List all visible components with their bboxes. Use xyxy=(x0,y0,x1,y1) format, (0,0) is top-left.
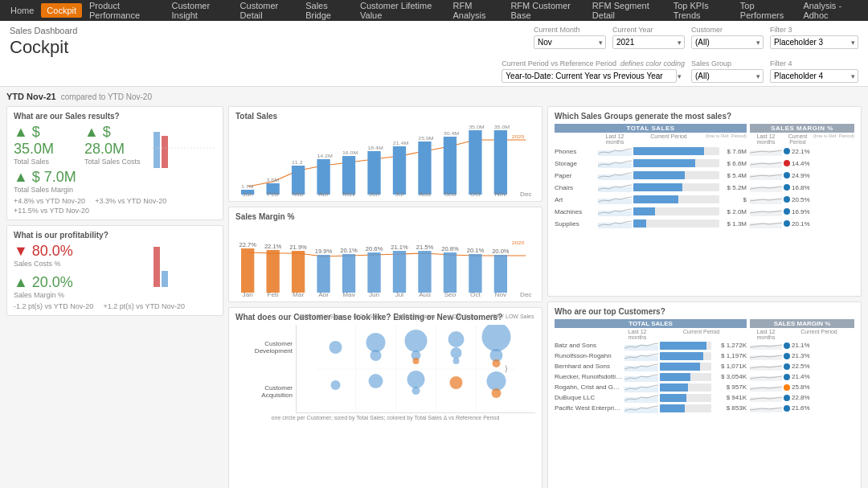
sales-margin-chart-section: Sales Margin % xyxy=(228,207,542,302)
svg-rect-114 xyxy=(624,345,658,351)
svg-point-96 xyxy=(450,376,463,389)
svg-point-98 xyxy=(492,388,502,398)
nav-customer-lifetime-value[interactable]: Customer Lifetime Value xyxy=(354,0,445,23)
customer-table-row: Runolfsson-Rogahn $ 1,197K xyxy=(555,351,747,361)
total-sales-chart-section: Total Sales xyxy=(228,106,542,202)
svg-rect-107 xyxy=(750,150,782,156)
svg-text:May: May xyxy=(342,191,355,196)
sales-margin-row: 24.9% xyxy=(750,170,854,181)
total-sales-costs-value: $ 28.0M xyxy=(84,124,145,158)
top-customers-section: Who are our top Customers? TOTAL SALES L… xyxy=(547,301,862,489)
svg-text:Dec: Dec xyxy=(520,292,532,297)
sales-margin-chart-title: Sales Margin % xyxy=(235,212,535,221)
customer-table-row: Pacific West Enterprises $ 853K xyxy=(555,404,747,413)
svg-rect-108 xyxy=(750,162,782,168)
svg-rect-13 xyxy=(444,137,457,195)
customer-margin-row: 22.8% xyxy=(750,393,854,403)
nav-top-kpis[interactable]: Top KPIs Trends xyxy=(668,0,733,23)
nav-analysis-adhoc[interactable]: Analysis - Adhoc xyxy=(797,0,863,23)
sales-margin-pct-value: 20.0% xyxy=(14,274,145,291)
nav-customer-detail[interactable]: Customer Detail xyxy=(235,0,299,23)
nav-sales-bridge[interactable]: Sales Bridge xyxy=(300,0,353,23)
svg-rect-100 xyxy=(598,150,632,156)
svg-rect-115 xyxy=(624,355,658,361)
sales-group-select[interactable]: (All) xyxy=(691,69,764,83)
svg-text:Feb: Feb xyxy=(268,191,279,196)
svg-rect-125 xyxy=(750,387,782,392)
customer-margin-row: 22.5% xyxy=(750,362,854,371)
svg-text:21.1%: 21.1% xyxy=(391,244,408,249)
svg-rect-127 xyxy=(750,408,782,412)
total-sales-change: +4.8% vs YTD Nov-20 xyxy=(14,197,85,205)
svg-rect-15 xyxy=(494,130,507,195)
top-nav: Home Cockpit Product Performance Custome… xyxy=(0,0,868,21)
nav-top-performers[interactable]: Top Performers xyxy=(735,0,796,23)
total-margin-change: +11.5% vs YTD Nov-20 xyxy=(14,207,216,215)
svg-rect-43 xyxy=(317,255,330,293)
filter4-select[interactable]: Placeholder 4 xyxy=(770,69,858,83)
nav-customer-insight[interactable]: Customer Insight xyxy=(166,0,232,23)
svg-rect-49 xyxy=(469,254,481,293)
svg-rect-105 xyxy=(598,211,632,216)
svg-rect-47 xyxy=(418,251,431,293)
nav-rfm-customer-base[interactable]: RFM Customer Base xyxy=(505,0,584,23)
svg-text:Sep: Sep xyxy=(444,191,457,196)
svg-rect-45 xyxy=(367,252,380,293)
svg-rect-12 xyxy=(418,141,431,195)
svg-text:Jul: Jul xyxy=(395,191,404,196)
total-sales-kpi: $ 35.0M Total Sales xyxy=(14,124,75,166)
current-month-label: Current Month xyxy=(534,26,606,34)
customer-margin-rows: 21.1% 21.3% 22.5% 21.4% 25.8% xyxy=(750,341,854,413)
svg-rect-44 xyxy=(342,254,355,293)
sales-margin-pct-label: Sales Margin % xyxy=(14,291,145,299)
customer-base-section: What does our Customer base look like? E… xyxy=(228,307,542,488)
svg-rect-42 xyxy=(292,251,305,293)
sales-group-row: Art $ xyxy=(555,194,747,205)
svg-text:3.6M: 3.6M xyxy=(266,177,279,182)
svg-point-92 xyxy=(331,380,341,390)
total-sales-svg: Jan Feb Mar Apr May Jun Jul Aug Sep Oct … xyxy=(235,124,535,196)
current-month-select[interactable]: Nov xyxy=(534,35,606,49)
customer-table-row: Ruecker, Runolfsdottir and ... $ 3,054K xyxy=(555,372,747,382)
svg-text:Aug: Aug xyxy=(419,191,431,196)
sales-costs-pct-label: Sales Costs % xyxy=(14,260,145,268)
period-select[interactable]: Year-to-Date: Current Year vs Previous Y… xyxy=(502,69,677,83)
customer-margin-row: 21.4% xyxy=(750,372,854,382)
profit-change-1: +1.2 pt(s) vs YTD Nov-20 xyxy=(103,302,185,310)
svg-text:2020: 2020 xyxy=(512,240,525,244)
svg-text:Jan: Jan xyxy=(243,292,253,297)
svg-text:Jun: Jun xyxy=(369,191,379,196)
svg-text:11.2: 11.2 xyxy=(292,159,303,164)
customer-select[interactable]: (All) xyxy=(691,35,764,49)
svg-rect-11 xyxy=(393,146,406,195)
nav-home[interactable]: Home xyxy=(5,3,39,18)
svg-point-85 xyxy=(413,358,420,364)
nav-rfm-analysis[interactable]: RFM Analysis xyxy=(448,0,504,23)
nav-cockpit[interactable]: Cockpit xyxy=(41,3,82,18)
svg-text:1.7M: 1.7M xyxy=(241,183,254,188)
total-margin-kpi: $ 7.0M Total Sales Margin xyxy=(14,169,145,194)
svg-rect-117 xyxy=(624,376,658,382)
svg-point-97 xyxy=(487,371,506,391)
sales-costs-pct-value: 80.0% xyxy=(14,243,145,260)
svg-point-93 xyxy=(369,374,383,388)
margin-panel-header: SALES MARGIN % xyxy=(750,124,854,133)
svg-text:35.0M: 35.0M xyxy=(494,124,510,129)
filter3-select[interactable]: Placeholder 3 xyxy=(770,35,858,49)
svg-rect-8 xyxy=(317,159,330,195)
total-margin-label: Total Sales Margin xyxy=(14,186,145,194)
sales-margin-rows: 22.1% 14.4% 24.9% 16.8% 20.5% xyxy=(750,146,854,229)
sales-margin-row: 22.1% xyxy=(750,146,854,157)
svg-rect-104 xyxy=(598,199,632,204)
svg-text:Apr: Apr xyxy=(318,191,329,196)
top-customers-title: Who are our top Customers? xyxy=(555,307,854,316)
filter3-label: Filter 3 xyxy=(770,26,858,34)
col-label-very-low: VERY LOW Sales xyxy=(488,314,535,319)
profitability-title: What is our profitability? xyxy=(14,231,216,240)
svg-rect-46 xyxy=(393,251,406,293)
current-year-select[interactable]: 2021 xyxy=(612,35,685,49)
nav-rfm-segment-detail[interactable]: RFM Segment Detail xyxy=(587,0,666,23)
nav-product-performance[interactable]: Product Performance xyxy=(84,0,164,23)
svg-text:19.9%: 19.9% xyxy=(315,248,333,253)
sales-margin-row: 14.4% xyxy=(750,158,854,169)
